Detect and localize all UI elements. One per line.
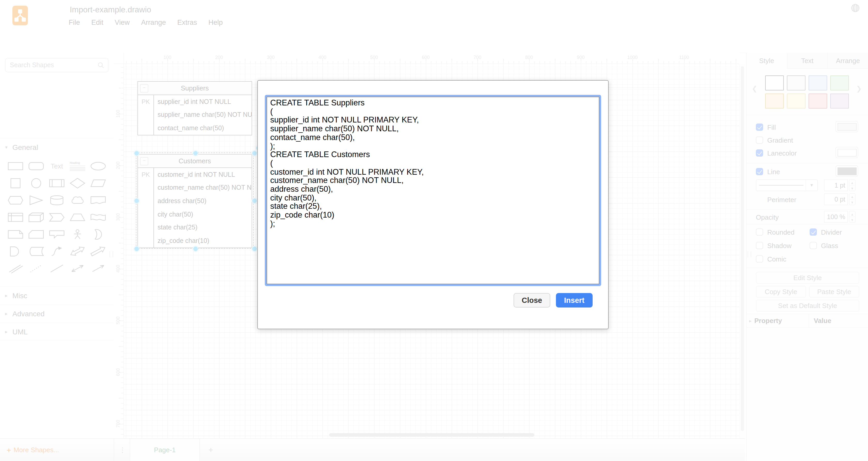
dialog-buttons: Close Insert bbox=[514, 293, 593, 308]
insert-button[interactable]: Insert bbox=[556, 293, 593, 308]
sql-textarea[interactable]: CREATE TABLE Suppliers ( supplier_id int… bbox=[267, 97, 599, 284]
insert-sql-dialog: CREATE TABLE Suppliers ( supplier_id int… bbox=[257, 80, 609, 329]
drawio-app: Import-example.drawio FileEditViewArrang… bbox=[0, 0, 868, 461]
close-button[interactable]: Close bbox=[514, 293, 550, 308]
